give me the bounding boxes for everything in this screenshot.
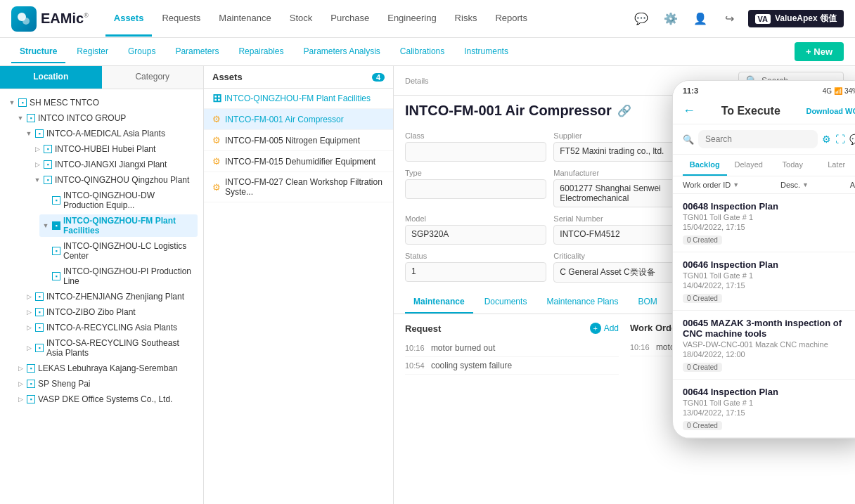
fullscreen-button[interactable]: ⛶ — [835, 134, 845, 145]
back-button[interactable]: ← — [683, 103, 695, 118]
location-icon: ▪ — [35, 344, 44, 352]
list-item[interactable]: ▷ ▪ VASP DKE Office Systems Co., Ltd. — [6, 392, 198, 407]
expand-icon: ▷ — [25, 324, 32, 331]
location-icon: ▪ — [27, 114, 35, 122]
asset-label: INTCO-FM-005 Nitrogen Equipment — [225, 136, 360, 146]
tab-category[interactable]: Category — [102, 66, 204, 89]
tab-maintenance-plans[interactable]: Maintenance Plans — [538, 291, 626, 314]
download-wo-button[interactable]: Download WO — [806, 107, 855, 115]
sort-work-order-id[interactable]: Work order ID ▼ — [683, 181, 739, 189]
sub-nav-groups[interactable]: Groups — [120, 41, 164, 63]
list-item[interactable]: ▷ ▪ INTCO-HUBEI Hubei Plant — [6, 141, 198, 157]
nav-reports[interactable]: Reports — [487, 1, 536, 37]
chat-icon-button[interactable]: 💬 — [630, 8, 652, 30]
list-item[interactable]: ⚙ INTCO-FM-005 Nitrogen Equipment — [204, 130, 393, 151]
list-item[interactable]: ⊞ INTCO-QINGZHOU-FM Plant Facilities — [204, 89, 393, 109]
list-item[interactable]: ▷ ▪ INTCO-A-RECYCLING Asia Plants — [6, 320, 198, 335]
mobile-tab-later[interactable]: Later — [815, 155, 856, 176]
filter-button[interactable]: ⚙ — [822, 134, 831, 145]
location-icon: ▪ — [27, 380, 35, 388]
card-title: 00646 Inspection Plan — [683, 259, 855, 270]
sort-all[interactable]: All — [850, 181, 855, 189]
mobile-work-order-card[interactable]: 00644 Inspection Plan TGN01 Toll Gate # … — [673, 380, 855, 438]
list-item[interactable]: ▷ ▪ INTCO-SA-RECYCLING Southeast Asia Pl… — [6, 335, 198, 361]
list-item[interactable]: ▷ ▪ LEKAS Lebuhraya Kajang-Seremban — [6, 361, 198, 376]
new-button[interactable]: + New — [795, 42, 844, 61]
mobile-search-input[interactable] — [698, 130, 818, 148]
user-icon-button[interactable]: 👤 — [689, 8, 712, 30]
nav-maintenance[interactable]: Maintenance — [210, 1, 279, 37]
left-panel-tabs: Location Category — [0, 66, 203, 89]
nav-purchase[interactable]: Purchase — [322, 1, 378, 37]
wo-time: 10:16 — [630, 343, 650, 351]
list-item[interactable]: ⚙ INTCO-FM-001 Air Compressor — [204, 109, 393, 130]
external-link-icon[interactable]: 🔗 — [617, 104, 631, 117]
logo-text: EAMic® — [41, 11, 89, 27]
expand-icon: ▼ — [42, 222, 49, 229]
top-navigation: EAMic® Assets Requests Maintenance Stock… — [0, 0, 855, 38]
nav-requests[interactable]: Requests — [153, 1, 209, 37]
list-item[interactable]: ▼ ▪ INTCO-QINGZHOU-FM Plant Facilities — [6, 213, 198, 238]
tree-node-label: INTCO INTCO GROUP — [38, 113, 126, 123]
list-item[interactable]: ▷ ▪ INTCO-ZIBO Zibo Plant — [6, 304, 198, 320]
tree-node-label: INTCO-A-RECYCLING Asia Plants — [46, 323, 177, 332]
tab-location[interactable]: Location — [0, 66, 102, 89]
list-item[interactable]: ▷ ▪ INTCO-QINGZHOU-DW Production Equip..… — [6, 188, 198, 213]
list-item[interactable]: ⚙ INTCO-FM-027 Clean Workshop Filtration… — [204, 172, 393, 202]
location-icon: ▪ — [27, 364, 35, 373]
nav-assets[interactable]: Assets — [105, 1, 153, 37]
tree-node-label: INTCO-QINGZHOU Qingzhou Plant — [55, 175, 189, 185]
asset-label: INTCO-FM-015 Dehumidifier Equipment — [225, 157, 375, 167]
nav-stock[interactable]: Stock — [281, 1, 321, 37]
list-item[interactable]: ▷ ▪ INTCO-QINGZHOU-LC Logistics Center — [6, 238, 198, 264]
request-title: Request — [405, 323, 441, 334]
sub-nav-calibrations[interactable]: Calibrations — [392, 41, 453, 63]
mobile-tab-today[interactable]: Today — [771, 155, 815, 176]
detail-panel-breadcrumb: Details — [405, 77, 429, 85]
sub-navigation: Structure Register Groups Parameters Rep… — [0, 38, 855, 66]
list-item[interactable]: ▼ ▪ INTCO-QINGZHOU Qingzhou Plant — [6, 172, 198, 188]
settings-icon-button[interactable]: ⚙️ — [660, 8, 682, 30]
sub-nav-instruments[interactable]: Instruments — [456, 41, 517, 63]
nav-right-icons: 💬 ⚙️ 👤 ↪ VA ValueApex 领值 — [630, 8, 844, 30]
gear-icon: ⚙ — [212, 135, 221, 146]
list-item[interactable]: ▷ ▪ INTCO-JIANGXI Jiangxi Plant — [6, 157, 198, 172]
gear-icon: ⚙ — [212, 182, 221, 193]
assets-panel-title: Assets — [212, 72, 243, 82]
list-item[interactable]: ▷ ▪ INTCO-ZHENJIANG Zhenjiang Plant — [6, 289, 198, 304]
expand-icon: ▷ — [34, 146, 41, 153]
sub-nav-repairables[interactable]: Repairables — [230, 41, 292, 63]
list-item[interactable]: ▼ ▪ SH MESC TNTCO — [6, 95, 198, 110]
sub-nav-parameters-analysis[interactable]: Parameters Analysis — [295, 41, 388, 63]
request-label: cooling system failure — [431, 361, 512, 370]
list-item[interactable]: ▷ ▪ SP Sheng Pai — [6, 376, 198, 392]
tab-maintenance[interactable]: Maintenance — [405, 291, 473, 314]
sub-nav-register[interactable]: Register — [68, 41, 117, 63]
mobile-work-order-card[interactable]: 00646 Inspection Plan TGN01 Toll Gate # … — [673, 252, 855, 311]
chevron-down-icon: ▼ — [25, 130, 32, 137]
tab-bom[interactable]: BOM — [629, 291, 665, 314]
list-item[interactable]: ▼ ▪ INTCO-A-MEDICAL Asia Plants — [6, 126, 198, 141]
mobile-tab-delayed[interactable]: Delayed — [727, 155, 771, 176]
chevron-down-icon: ▼ — [34, 176, 41, 183]
sub-nav-structure[interactable]: Structure — [11, 41, 65, 63]
nav-risks[interactable]: Risks — [446, 1, 486, 37]
logout-icon-button[interactable]: ↪ — [719, 8, 741, 30]
mobile-work-order-card[interactable]: 00645 MAZAK 3-month inspection of CNC ma… — [673, 311, 855, 380]
tab-documents[interactable]: Documents — [476, 291, 536, 314]
field-value: SGP320A — [405, 225, 546, 245]
location-tree: ▼ ▪ SH MESC TNTCO ▼ ▪ INTCO INTCO GROUP … — [0, 89, 203, 504]
sort-desc[interactable]: Desc. ▼ — [780, 181, 809, 189]
add-request-button[interactable]: + Add — [590, 323, 619, 334]
list-item[interactable]: ⚙ INTCO-FM-015 Dehumidifier Equipment — [204, 151, 393, 172]
card-date: 14/04/2022, 17:15 — [683, 281, 855, 290]
mobile-tab-backlog[interactable]: Backlog — [683, 155, 727, 176]
chat-button[interactable]: 💬 — [849, 134, 855, 145]
sub-nav-parameters[interactable]: Parameters — [167, 41, 227, 63]
list-item[interactable]: ▼ ▪ INTCO INTCO GROUP — [6, 110, 198, 126]
nav-engineering[interactable]: Engineering — [379, 1, 444, 37]
tree-node-label: INTCO-JIANGXI Jiangxi Plant — [55, 160, 167, 169]
list-item[interactable]: ▷ ▪ INTCO-QINGZHOU-PI Production Line — [6, 264, 198, 289]
expand-parent-icon: ⊞ — [212, 93, 221, 104]
mobile-work-order-card[interactable]: 00648 Inspection Plan TGN01 Toll Gate # … — [673, 194, 855, 252]
